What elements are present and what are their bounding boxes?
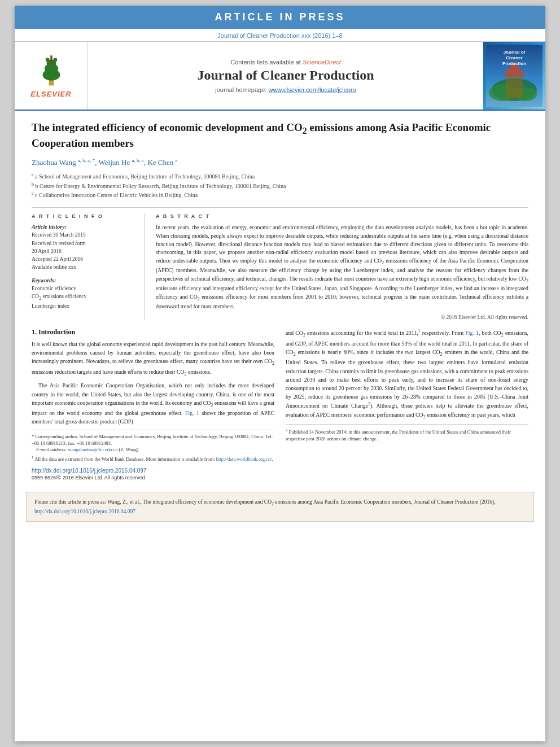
accepted-date: Accepted 22 April 2016 [32, 255, 136, 263]
worldbank-link[interactable]: http://data.worldbank.org.cn/ [216, 456, 272, 462]
introduction-body: It is well known that the global economy… [32, 340, 274, 426]
homepage-label: journal homepage: [215, 86, 268, 93]
received-date: Received 30 March 2015 [32, 231, 136, 239]
email-link[interactable]: wangzhaohua@bit.edu.cn [68, 447, 117, 452]
keyword-2: CO2 emissions efficiency [32, 292, 136, 302]
available-online: Available online xxx [32, 263, 136, 271]
abstract-heading: A B S T R A C T [156, 213, 528, 219]
science-direct-label: Contents lists available at [230, 59, 303, 65]
journal-header-box: ELSEVIER Contents lists available at Sci… [15, 41, 545, 111]
copyright-line: © 2016 Elsevier Ltd. All rights reserved… [156, 314, 528, 320]
keyword-3: Luenberger index [32, 302, 136, 310]
corresponding-author-footnote: * Corresponding author. School of Manage… [32, 434, 274, 454]
received-revised-label: Received in revised form [32, 239, 136, 247]
body-left-column: 1. Introduction It is well known that th… [32, 328, 274, 480]
affiliation-3: c Collaborative Innovation Centre of Ele… [35, 192, 198, 198]
abstract-column: A B S T R A C T In recent years, the eva… [156, 213, 528, 320]
elsevier-logo-area: ELSEVIER [15, 42, 88, 110]
bottom-citation-bar: Please cite this article in press as: Wa… [26, 492, 534, 522]
revised-date: 20 April 2016 [32, 247, 136, 255]
author-sup-a: a, b, c, * [78, 158, 95, 163]
science-direct-line: Contents lists available at ScienceDirec… [230, 59, 341, 65]
footnote-divider-right [286, 424, 528, 425]
doi-line[interactable]: http://dx.doi.org/10.1016/j.jclepro.2016… [32, 468, 274, 474]
affiliation-2: b Centre for Energy & Environmental Poli… [36, 183, 286, 189]
footnote-divider [32, 430, 274, 430]
journal-title: Journal of Cleaner Production [197, 68, 374, 83]
article-in-press-banner: ARTICLE IN PRESS [15, 6, 545, 29]
svg-point-5 [45, 58, 49, 62]
svg-text:Production: Production [502, 61, 526, 66]
history-label: Article history: [32, 224, 136, 230]
affil-sup-b: b [32, 182, 34, 187]
affiliation-1: a School of Management and Economics, Be… [35, 174, 255, 180]
author-sup-b: a, b, c [132, 158, 144, 163]
footnote-1: 1 All the data are extracted from the Wo… [32, 455, 274, 463]
svg-point-6 [53, 58, 57, 62]
elsevier-tree-icon [34, 53, 68, 87]
science-direct-link[interactable]: ScienceDirect [303, 59, 341, 65]
keyword-1: Economic efficiency [32, 285, 136, 292]
svg-text:Journal of: Journal of [504, 50, 526, 55]
fig1-ref-left[interactable]: Fig. 1 [185, 410, 199, 416]
keywords-section: Keywords: Economic efficiency CO2 emissi… [32, 277, 136, 310]
affiliations: a a School of Management and Economics, … [32, 172, 528, 199]
banner-text: ARTICLE IN PRESS [215, 11, 345, 23]
keywords-label: Keywords: [32, 277, 136, 283]
svg-rect-4 [50, 55, 52, 63]
affil-sup-c: c [32, 191, 34, 196]
article-info-heading: A R T I C L E I N F O [32, 213, 136, 219]
article-title: The integrated efficiency of economic de… [32, 121, 528, 151]
svg-text:Cleaner: Cleaner [506, 55, 522, 60]
article-info-abstract-section: A R T I C L E I N F O Article history: R… [32, 207, 528, 320]
footnote-2: 2 Published 14 November 2014; in this an… [286, 428, 528, 443]
elsevier-label: ELSEVIER [30, 90, 71, 98]
issn-line: 0959-6526/© 2016 Elsevier Ltd. All right… [32, 475, 274, 480]
doi-citation-link[interactable]: http://dx.doi.org/10.1016/j.jclepro.2016… [34, 509, 135, 514]
citation-label: Please cite this article in press as: Wa… [34, 499, 496, 514]
body-text-section: 1. Introduction It is well known that th… [32, 328, 528, 480]
homepage-link[interactable]: www.elsevier.com/locate/jclepro [268, 86, 356, 93]
page: ARTICLE IN PRESS Journal of Cleaner Prod… [15, 6, 545, 741]
fig1-ref-right[interactable]: Fig. 1 [465, 330, 479, 336]
doi-text[interactable]: http://dx.doi.org/10.1016/j.jclepro.2016… [32, 468, 146, 474]
journal-cover-area: Journal of Cleaner Production [483, 42, 545, 110]
authors-line: Zhaohua Wang a, b, c, *, Weijun He a, b,… [32, 158, 528, 167]
author-sup-c: a [176, 158, 178, 163]
cover-image-icon: Journal of Cleaner Production [486, 45, 542, 107]
abstract-text: In recent years, the evaluation of energ… [156, 224, 528, 311]
main-content: The integrated efficiency of economic de… [15, 111, 545, 486]
journal-center: Contents lists available at ScienceDirec… [88, 42, 483, 110]
journal-homepage-line: journal homepage: www.elsevier.com/locat… [215, 86, 356, 93]
journal-citation-text: Journal of Cleaner Production xxx (2016)… [217, 32, 342, 39]
introduction-heading: 1. Introduction [32, 328, 274, 337]
body-right-column: and CO2 emissions accounting for the wor… [286, 328, 528, 480]
introduction-body-right: and CO2 emissions accounting for the wor… [286, 328, 528, 421]
svg-rect-11 [506, 76, 523, 98]
article-info-column: A R T I C L E I N F O Article history: R… [32, 213, 145, 320]
affil-sup-a: a [32, 172, 34, 177]
journal-citation: Journal of Cleaner Production xxx (2016)… [15, 29, 545, 41]
